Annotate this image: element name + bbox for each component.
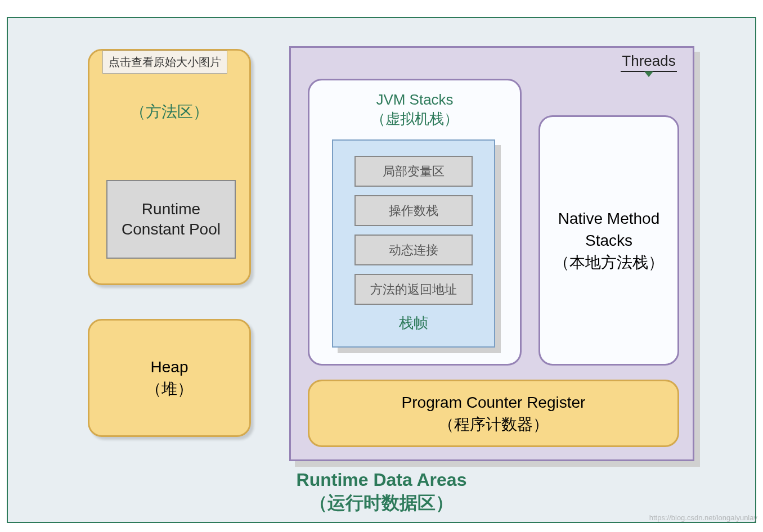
heap-title: Heap <box>146 356 193 378</box>
runtime-data-areas-container: 点击查看原始大小图片 （方法区） Runtime Constant Pool H… <box>7 17 756 523</box>
threads-area-box: Threads JVM Stacks （虚拟机栈） 局部变量区 操作数栈 动态连… <box>289 46 694 461</box>
tooltip-text: 点击查看原始大小图片 <box>109 56 221 68</box>
native-stacks-subtitle: （本地方法栈） <box>540 251 677 273</box>
jvm-stacks-label: JVM Stacks （虚拟机栈） <box>309 91 520 129</box>
pc-register-title: Program Counter Register <box>402 391 586 413</box>
pc-register-subtitle: （程序计数器） <box>402 413 586 435</box>
diagram-title-cn: （运行时数据区） <box>309 493 454 513</box>
native-stacks-title: Native Method Stacks <box>540 208 677 251</box>
frame-item-return-addr: 方法的返回地址 <box>354 274 473 305</box>
frame-item-local-vars: 局部变量区 <box>354 156 473 187</box>
threads-label: Threads <box>621 52 677 72</box>
chevron-down-icon <box>644 71 653 77</box>
pc-register-box: Program Counter Register （程序计数器） <box>308 380 679 447</box>
method-area-subtitle: （方法区） <box>89 101 249 123</box>
heap-subtitle: （堆） <box>146 378 193 400</box>
constant-pool-text: Runtime Constant Pool <box>122 199 221 240</box>
jvm-stacks-title: JVM Stacks <box>376 91 453 108</box>
stack-frame-label: 栈帧 <box>333 313 494 333</box>
native-method-stacks-box: Native Method Stacks （本地方法栈） <box>538 115 679 366</box>
jvm-stacks-box: JVM Stacks （虚拟机栈） 局部变量区 操作数栈 动态连接 方法的返回地… <box>308 79 522 366</box>
frame-item-operand-stack: 操作数栈 <box>354 195 473 226</box>
stack-frame-box: 局部变量区 操作数栈 动态连接 方法的返回地址 栈帧 <box>332 139 495 348</box>
diagram-title: Runtime Data Areas （运行时数据区） <box>8 468 755 515</box>
runtime-constant-pool-box: Runtime Constant Pool <box>106 180 236 259</box>
heap-box: Heap （堆） <box>88 319 251 437</box>
jvm-stacks-subtitle: （虚拟机栈） <box>371 110 459 127</box>
tooltip-click-fullsize[interactable]: 点击查看原始大小图片 <box>102 51 227 74</box>
method-area-box: （方法区） Runtime Constant Pool <box>88 49 251 285</box>
watermark-text: https://blog.csdn.net/longaiyunlay <box>649 513 757 522</box>
frame-item-dynamic-link: 动态连接 <box>354 235 473 265</box>
diagram-title-en: Runtime Data Areas <box>297 470 467 490</box>
